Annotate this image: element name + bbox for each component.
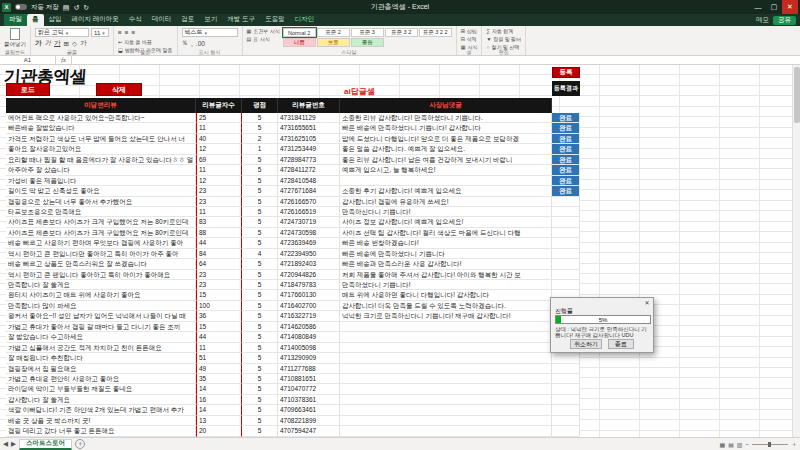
chars-cell[interactable]: 49 — [196, 364, 242, 374]
chars-cell[interactable]: 83 — [196, 217, 242, 227]
rating-cell[interactable]: 5 — [242, 353, 278, 363]
review-cell[interactable]: 좋아요 잘사용하고있어요 — [6, 144, 196, 154]
review-cell[interactable]: 사이즈표 체촌보다 사이즈가 크게 구입했어요 저는 80키로인데 — [6, 217, 196, 227]
menu-tab-수식[interactable]: 수식 — [124, 14, 147, 26]
review-cell[interactable]: 캠핑장에서 짐 필요해요 — [6, 364, 196, 374]
sheet-nav-right-icon[interactable]: ▶ — [11, 440, 16, 448]
reply-cell[interactable]: 빠른 배송과 만족스러운 사용 감사합니다! — [340, 259, 552, 269]
reply-cell[interactable]: 넉넉한 크기로 만족하신다니 기쁩니다! 재구매 감사합니다! — [340, 311, 552, 321]
review-cell[interactable]: 가격도 저렴하고 색상도 너무 맘에 들어요 샀는데도 안나서 너 — [6, 134, 196, 144]
chars-cell[interactable]: 14 — [196, 384, 242, 394]
result-cell[interactable] — [552, 270, 580, 280]
chars-cell[interactable]: 15 — [196, 290, 242, 300]
result-cell[interactable] — [552, 280, 580, 290]
register-button[interactable]: 등록 — [552, 67, 580, 78]
ribbon-icon-1[interactable]: 가 — [45, 39, 52, 48]
reviewno-cell[interactable]: 4731253449 — [278, 144, 340, 154]
rating-cell[interactable]: 5 — [242, 113, 278, 123]
rating-cell[interactable]: 5 — [242, 217, 278, 227]
review-cell[interactable]: 배송 굿 상품 굿 박스까지 굿! — [6, 416, 196, 426]
result-cell[interactable] — [552, 197, 580, 207]
review-cell[interactable]: 만족합니다 많이 파세요 — [6, 301, 196, 311]
reviewno-cell[interactable]: 4724730598 — [278, 228, 340, 238]
ribbon-icon-0[interactable]: ％ — [182, 39, 189, 48]
reply-cell[interactable]: 감사합니다! 더욱 만족을 드릴 수 있도록 노력하겠습니다. — [340, 301, 552, 311]
sheet-nav-left-icon[interactable]: ◀ — [3, 440, 8, 448]
header-chars[interactable]: 리뷰글자수 — [196, 98, 242, 113]
undo-icon[interactable]: ↺ — [73, 4, 79, 11]
rating-cell[interactable]: 5 — [242, 374, 278, 384]
reply-cell[interactable] — [340, 426, 552, 436]
chars-cell[interactable]: 11 — [196, 123, 242, 133]
rating-cell[interactable]: 5 — [242, 384, 278, 394]
header-reply[interactable]: 사장님댓글 — [340, 98, 552, 113]
chars-cell[interactable]: 84 — [196, 249, 242, 259]
rating-cell[interactable]: 5 — [242, 270, 278, 280]
reviewno-cell[interactable]: 4731655651 — [278, 123, 340, 133]
close-button[interactable]: ✕ — [782, 0, 798, 14]
minimize-button[interactable]: — — [750, 0, 766, 14]
reply-cell[interactable]: 빠른 배송 번창하겠습니다! — [340, 238, 552, 248]
rating-cell[interactable]: 5 — [242, 165, 278, 175]
zoom-slider[interactable] — [752, 444, 788, 445]
rating-cell[interactable]: 5 — [242, 322, 278, 332]
view-layout-icon[interactable]: ▤ — [728, 441, 734, 448]
reviewno-cell[interactable]: 4723639469 — [278, 238, 340, 248]
view-break-icon[interactable]: ▥ — [737, 441, 743, 448]
save-icon[interactable]: ▤ — [63, 4, 70, 11]
reply-cell[interactable]: 만족하셨다니 기쁩니다! — [340, 280, 552, 290]
rating-cell[interactable]: 5 — [242, 238, 278, 248]
review-cell[interactable]: 가성비 좋은 제품입니다 — [6, 176, 196, 186]
reviewno-cell[interactable]: 4731625105 — [278, 134, 340, 144]
reply-cell[interactable] — [340, 176, 552, 186]
chars-cell[interactable]: 23 — [196, 280, 242, 290]
style-cell-좋음[interactable]: 좋음 — [351, 38, 384, 47]
reply-cell[interactable]: 좋은 리뷰 감사합니다! 남은 여름 건강하게 보내시기 바랍니 — [340, 155, 552, 165]
reply-cell[interactable]: 저희 제품을 좋아해 주셔서 감사합니다! 아이와 행복한 시간 보 — [340, 270, 552, 280]
reviewno-cell[interactable]: 4710881651 — [278, 374, 340, 384]
style-cell-표준 3[interactable]: 표준 3 — [351, 28, 384, 37]
reviewno-cell[interactable]: 4714080849 — [278, 332, 340, 342]
reviewno-cell[interactable]: 4720944826 — [278, 270, 340, 280]
reviewno-cell[interactable]: 4718479783 — [278, 280, 340, 290]
menu-tab-개발 도구[interactable]: 개발 도구 — [222, 14, 260, 26]
ribbon-icon-0[interactable]: ≡ — [118, 29, 122, 36]
reviewno-cell[interactable]: 4728411272 — [278, 165, 340, 175]
exit-button[interactable]: 종료 — [608, 339, 634, 349]
ribbon-icon-2[interactable]: .00 — [196, 40, 205, 47]
rating-cell[interactable]: 5 — [242, 290, 278, 300]
maximize-button[interactable]: ▢ — [766, 0, 782, 14]
review-cell[interactable]: 가볍고 심플해서 공간도 적게 차지하고 천이 튼튼해요 — [6, 343, 196, 353]
result-cell[interactable] — [552, 217, 580, 227]
rating-cell[interactable]: 5 — [242, 416, 278, 426]
cells-삭제[interactable]: ⊟삭제 — [461, 36, 478, 42]
rating-cell[interactable]: 5 — [242, 176, 278, 186]
reviewno-cell[interactable]: 4710378361 — [278, 395, 340, 405]
menu-tab-데이터[interactable]: 데이터 — [147, 14, 177, 26]
review-cell[interactable]: 역시 편하고 큰 편입니다만 좋아하고 특히 아이가 아주 좋아 — [6, 249, 196, 259]
result-cell[interactable] — [552, 416, 580, 426]
chars-cell[interactable]: 35 — [196, 374, 242, 384]
paste-button[interactable]: 붙여넣기 — [4, 28, 26, 48]
rating-cell[interactable]: 5 — [242, 301, 278, 311]
cancel-button[interactable]: 취소하기 — [570, 339, 602, 349]
reply-cell[interactable]: 맘에 드셨다니 다행입니다! 앞으로 더 좋은 제품으로 보답하겠 — [340, 134, 552, 144]
menu-tab-파일[interactable]: 파일 — [4, 14, 27, 26]
review-cell[interactable]: 배송 빠르고 상품도 만족스러워요 잘 쓰겠습니다 — [6, 259, 196, 269]
reply-cell[interactable]: 빠른 배송에 만족하셨다니 기쁩니다 — [340, 249, 552, 259]
reviewno-cell[interactable]: 4716322719 — [278, 311, 340, 321]
autosave-toggle[interactable] — [15, 4, 27, 10]
chars-cell[interactable]: 100 — [196, 301, 242, 311]
chars-cell[interactable]: 25 — [196, 113, 242, 123]
font-name-select[interactable]: 맑은 고딕▾ — [35, 28, 89, 37]
edit-정렬 및 필터[interactable]: ▼정렬 및 필터 — [486, 36, 521, 42]
ribbon-icon-2[interactable]: 가 — [54, 39, 61, 48]
reply-cell[interactable] — [340, 322, 552, 332]
reviewno-cell[interactable]: 4711277688 — [278, 364, 340, 374]
rating-cell[interactable]: 5 — [242, 259, 278, 269]
result-cell[interactable] — [552, 238, 580, 248]
chars-cell[interactable]: 23 — [196, 270, 242, 280]
chars-cell[interactable]: 11 — [196, 343, 242, 353]
reviewno-cell[interactable]: 4707594247 — [278, 426, 340, 436]
style-cell-표준 3 2[interactable]: 표준 3 2 — [385, 28, 418, 37]
